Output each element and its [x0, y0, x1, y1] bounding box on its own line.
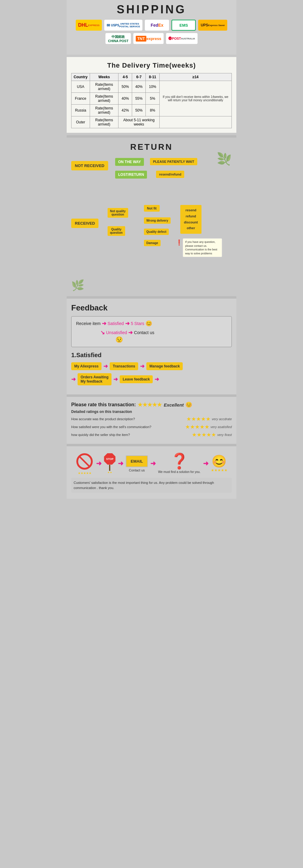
shipping-section: SHIPPING DHLEXPRESS ✉ USPSUNITED STATESP…	[67, 0, 236, 55]
question-icon: ❓	[170, 454, 189, 469]
return-section: RETURN 🌿 NOT RECEIVED ON THE WAY PLEASE …	[67, 137, 236, 296]
contact-note: If you have any question, please contact…	[183, 238, 222, 257]
feedback-section: Feedback Receive item ➜ Satisfied ➜ 5 St…	[67, 299, 236, 395]
col-4-5: 4-5	[119, 73, 132, 81]
not-quality-box: Not qualityquestion	[108, 208, 128, 218]
delivery-title: The Delivery Time(weeks)	[71, 62, 232, 69]
not-fit-box: Not fit	[144, 205, 160, 212]
return-title: RETURN	[71, 142, 232, 152]
step-transactions: Transactions	[110, 362, 138, 370]
step-arrow-3: ➜	[71, 376, 76, 382]
col-country: Country	[71, 73, 90, 81]
arrow-2: ➜	[125, 320, 130, 327]
bottom-icons-row: ★★★★★ ➜ STOP ✦✦ ➜ EMAIL Contact us ➜ ❓ W…	[71, 452, 232, 475]
contact-us-text: Contact us	[134, 330, 154, 335]
tnt-logo: TNT express	[133, 33, 164, 44]
no-icon	[75, 452, 94, 470]
received-label: RECEIVED	[71, 219, 98, 228]
no-stars: ★★★★★	[78, 471, 92, 475]
bottom-note: Customers' satisfaction is the most impo…	[71, 478, 232, 493]
feedback-flow-satisfied: Receive item ➜ Satisfied ➜ 5 Stars 😊	[76, 320, 227, 327]
stop-sign-wrap: STOP ✦✦	[104, 453, 115, 474]
shipping-title: SHIPPING	[71, 3, 232, 16]
rating-row-2: How satisfied were you with the sell's c…	[71, 424, 232, 430]
table-row: Outer Rate(Items arrived) About 5-11 wor…	[71, 117, 232, 128]
arrow-1: ➜	[102, 320, 106, 327]
dhl-logo: DHLEXPRESS	[76, 20, 102, 31]
step-flow-2: ➜ Orders AwaitingMy feedback ➜ Leave fee…	[71, 373, 232, 385]
actions-box: resendrefunddiscountother	[180, 205, 201, 234]
delivery-table: Country Weeks 4-5 6-7 8-11 ≥14 USA Rate(…	[71, 73, 232, 128]
feedback-box: Receive item ➜ Satisfied ➜ 5 Stars 😊 ↘ U…	[71, 316, 232, 347]
step-leave-feedback: Leave feedback	[120, 375, 153, 383]
rating-row-3: how quickly did the seller ship the item…	[71, 431, 232, 438]
col-weeks: Weeks	[90, 73, 119, 81]
quality-defect-box: Quality defect	[144, 228, 169, 235]
arrow-4: ➜	[128, 329, 133, 336]
chinapost-logo: 中国邮政CHINA POST	[105, 33, 131, 44]
question-mark-wrap: ❓ We must find a solution for you.	[158, 454, 201, 474]
exclamation-icon: ❗	[176, 239, 182, 246]
damage-box: Damage	[144, 240, 161, 246]
excellent-text: Excellent	[164, 402, 183, 407]
stop-octagon: STOP	[104, 453, 115, 465]
stop-stars: ✦✦	[107, 471, 112, 474]
carrier-logos: DHLEXPRESS ✉ USPSUNITED STATESPOSTAL SER…	[71, 20, 232, 44]
col-6-7: 6-7	[132, 73, 146, 81]
feedback-flow-unsatisfied: ↘ Unsatisfied ➜ Contact us	[100, 329, 227, 336]
auspost-logo: 🅐 POSTAUSTRALIA	[166, 33, 197, 44]
col-8-11: 8-11	[146, 73, 159, 81]
smiley-stars: ★★★★★	[211, 468, 228, 472]
leaf-decoration-left: 🌿	[71, 279, 232, 292]
email-box: EMAIL	[126, 455, 147, 467]
smiley-satisfied: 😊	[145, 320, 152, 327]
table-row: USA Rate(Items arrived) 50% 40% 10% If y…	[71, 81, 232, 93]
step-manage-feedback: Manage feedback	[146, 362, 183, 370]
wrong-delivery-box: Wrong delivery	[144, 217, 171, 224]
fedex-logo: FedEx	[145, 20, 169, 31]
bottom-arrow-1: ➜	[96, 460, 102, 467]
lost-return-box: LOST/RETURN	[115, 171, 147, 179]
we-must-text: We must find a solution for you.	[158, 470, 201, 474]
step-my-aliexpress: My Aliexpress	[71, 362, 102, 370]
receive-item-text: Receive item	[76, 321, 101, 326]
arrow-3: ↘	[100, 329, 105, 336]
quality-question-box: Qualityquestion	[108, 226, 125, 236]
ups-logo: UPSExpress Saver	[198, 20, 227, 31]
no-icon-wrap: ★★★★★	[75, 452, 94, 475]
satisfied-title: 1.Satisfied	[71, 352, 232, 359]
on-the-way-box: ON THE WAY	[115, 158, 144, 166]
smiley-unsatisfied: 😟	[115, 336, 227, 343]
satisfied-text: Satisfied	[108, 321, 124, 326]
rate-title: Please rate this transaction: ★★★★★ Exce…	[71, 401, 232, 408]
delivery-section: The Delivery Time(weeks) Country Weeks 4…	[67, 57, 236, 133]
unsatisfied-text: Unsatisfied	[106, 330, 127, 335]
rating-row-1: How accurate was the product description…	[71, 416, 232, 422]
detailed-title: Detailed ratings on this transaction	[71, 410, 232, 414]
bottom-arrow-3: ➜	[150, 460, 156, 467]
not-received-label: NOT RECEIVED	[71, 161, 108, 170]
return-diagram: NOT RECEIVED ON THE WAY PLEASE PATIENTLY…	[71, 158, 232, 285]
usps-logo: ✉ USPSUNITED STATESPOSTAL SERVICE	[104, 20, 142, 31]
rate-stars: ★★★★★	[138, 401, 162, 408]
ems-logo: EMS	[171, 20, 196, 31]
five-stars-text: 5 Stars	[131, 321, 144, 326]
step-orders-awaiting: Orders AwaitingMy feedback	[77, 373, 111, 385]
step-arrow-1: ➜	[103, 363, 108, 370]
step-arrow-2: ➜	[140, 363, 144, 370]
feedback-title: Feedback	[71, 303, 232, 313]
step-flow-1: My Aliexpress ➜ Transactions ➜ Manage fe…	[71, 362, 232, 370]
stop-post	[109, 465, 110, 471]
rate-section: Please rate this transaction: ★★★★★ Exce…	[67, 397, 236, 444]
smiley-stars-wrap: 😊 ★★★★★	[211, 455, 228, 472]
bottom-arrow-4: ➜	[203, 460, 208, 467]
bottom-arrow-2: ➜	[118, 460, 123, 467]
bottom-section: ★★★★★ ➜ STOP ✦✦ ➜ EMAIL Contact us ➜ ❓ W…	[67, 446, 236, 499]
contact-us-label: Contact us	[129, 468, 145, 472]
rate-smiley: 😊	[186, 401, 192, 408]
smiley-big: 😊	[211, 455, 227, 467]
col-14plus: ≥14	[159, 73, 232, 81]
resend-refund-box: resend/refund	[156, 171, 184, 178]
step-arrow-5: ➜	[155, 376, 159, 382]
step-arrow-4: ➜	[113, 376, 118, 382]
